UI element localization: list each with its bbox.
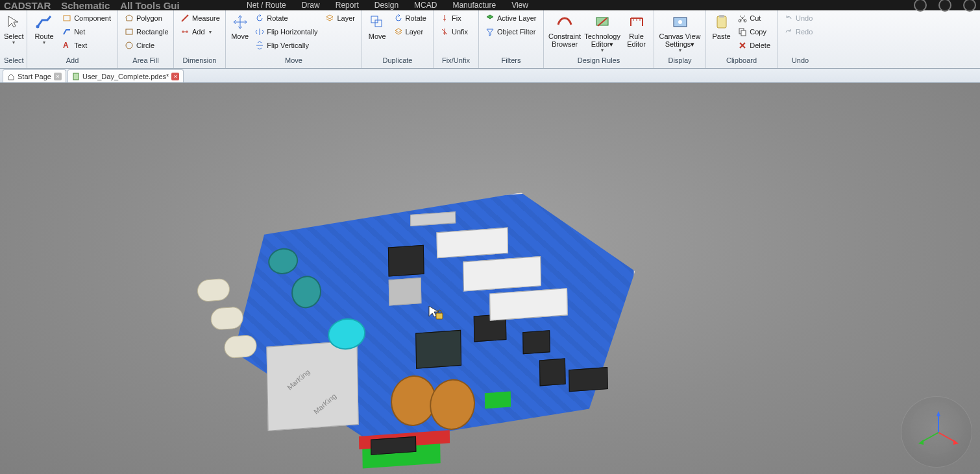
pin-icon	[440, 14, 449, 23]
route-button[interactable]: Route	[31, 12, 57, 46]
delete-button[interactable]: Delete	[735, 39, 773, 52]
tech-icon	[593, 13, 611, 31]
undo-button[interactable]: Undo	[781, 12, 815, 25]
menu-netroute[interactable]: Net / Route	[247, 1, 286, 10]
constraint-icon	[556, 13, 574, 31]
move-button[interactable]: Move	[230, 12, 250, 40]
group-label: Filters	[483, 56, 539, 68]
view-cube[interactable]	[901, 396, 972, 468]
menu-mcad[interactable]: MCAD	[414, 1, 437, 10]
svg-text:A: A	[63, 41, 69, 50]
add-net-button[interactable]: Net	[60, 25, 114, 38]
canvas-icon	[671, 13, 689, 31]
group-label: Design Rules	[548, 56, 650, 68]
measure-button[interactable]: Measure	[178, 12, 223, 25]
rectangle-icon	[125, 27, 134, 36]
fliph-button[interactable]: Flip Horizontally	[252, 25, 320, 38]
menu-bar: Net / Route Draw Report Design MCAD Manu…	[247, 0, 528, 10]
document-tab-bar: Start Page × User_Day_Complete.pdes* ×	[0, 69, 980, 83]
menu-report[interactable]: Report	[336, 1, 359, 10]
svg-rect-1	[64, 16, 70, 21]
activelayer-button[interactable]: Active Layer	[483, 12, 539, 25]
flipv-button[interactable]: Flip Vertically	[252, 39, 320, 52]
window-controls	[914, 0, 976, 12]
ic-chip	[388, 245, 424, 277]
technology-editor-button[interactable]: Technology Editor▾	[584, 12, 620, 54]
pin-header	[569, 367, 608, 392]
title-sub2: All Tools Gui	[120, 0, 179, 11]
svg-point-10	[678, 20, 682, 24]
dim-add-button[interactable]: Add▾	[178, 25, 223, 38]
unpin-icon	[440, 27, 449, 36]
group-dimension: Measure Add▾ Dimension	[174, 10, 226, 68]
group-label: Display	[658, 56, 702, 68]
rotate-icon	[255, 14, 264, 23]
paste-button[interactable]: Paste	[710, 12, 733, 40]
3d-viewport[interactable]: MarKing MarKing	[0, 83, 980, 474]
fix-button[interactable]: Fix	[437, 12, 471, 25]
rule-editor-button[interactable]: Rule Editor	[623, 12, 650, 48]
rj-connector	[267, 340, 359, 431]
info-icon[interactable]	[963, 0, 976, 12]
dup-layer-button[interactable]: Layer	[391, 25, 429, 38]
select-button[interactable]: Select	[4, 12, 24, 46]
move-layer-button[interactable]: Layer	[323, 12, 358, 25]
close-icon[interactable]: ×	[54, 73, 62, 80]
rotate-button[interactable]: Rotate	[252, 12, 320, 25]
card-slot	[489, 288, 568, 320]
menu-draw[interactable]: Draw	[302, 1, 320, 10]
help-icon[interactable]	[914, 0, 927, 12]
circle-button[interactable]: Circle	[122, 39, 171, 52]
rectangle-button[interactable]: Rectangle	[122, 25, 171, 38]
group-undo: Undo Redo Undo	[778, 10, 823, 68]
svg-marker-24	[918, 440, 924, 445]
group-move: Move Rotate Flip Horizontally Flip Verti…	[226, 10, 362, 68]
sma-connector	[197, 278, 230, 302]
menu-manufacture[interactable]: Manufacture	[452, 1, 496, 10]
circle-icon	[125, 41, 134, 50]
polygon-button[interactable]: Polygon	[122, 12, 171, 25]
tab-design-file[interactable]: User_Day_Complete.pdes* ×	[67, 69, 184, 82]
unfix-button[interactable]: Unfix	[437, 25, 471, 38]
group-label: Clipboard	[710, 56, 773, 68]
filter-icon	[485, 27, 495, 36]
svg-point-5	[126, 42, 132, 49]
copy-button[interactable]: Copy	[735, 25, 773, 38]
ic-chip	[389, 278, 422, 305]
svg-marker-23	[953, 440, 959, 445]
dup-move-button[interactable]: Move	[366, 12, 389, 40]
pcb-assembly: MarKing MarKing	[192, 158, 651, 474]
objectfilter-button[interactable]: Object Filter	[483, 25, 539, 38]
group-label: Add	[31, 56, 114, 68]
dup-rotate-button[interactable]: Rotate	[391, 12, 429, 25]
title-sub1: Schematic	[61, 0, 110, 11]
cut-icon	[738, 14, 747, 23]
svg-rect-17	[73, 73, 79, 80]
constraint-browser-button[interactable]: Constraint Browser	[548, 12, 582, 48]
share-icon[interactable]	[938, 0, 951, 12]
layer-icon	[394, 27, 403, 36]
group-label: Undo	[781, 56, 819, 68]
svg-rect-7	[375, 20, 382, 27]
layer-active-icon	[485, 14, 495, 23]
canvas-view-button[interactable]: Canvas View Settings▾	[658, 12, 702, 54]
delete-icon	[738, 41, 747, 50]
title-app: CADSTAR	[4, 0, 51, 11]
tab-start-page[interactable]: Start Page ×	[3, 69, 66, 82]
cut-button[interactable]: Cut	[735, 12, 773, 25]
undo-icon	[784, 14, 793, 23]
move-icon	[231, 13, 249, 31]
add-component-button[interactable]: Component	[60, 12, 114, 25]
menu-view[interactable]: View	[511, 1, 528, 10]
fliph-icon	[255, 27, 264, 36]
group-areafill: Polygon Rectangle Circle Area Fill	[118, 10, 174, 68]
copy-icon	[738, 27, 747, 36]
redo-icon	[784, 27, 793, 36]
close-icon[interactable]: ×	[171, 73, 179, 80]
power-connector	[539, 359, 566, 386]
menu-design[interactable]: Design	[374, 1, 398, 10]
redo-button[interactable]: Redo	[781, 25, 815, 38]
add-text-button[interactable]: A Text	[60, 39, 114, 52]
group-label: Dimension	[178, 56, 221, 68]
group-filters: Active Layer Object Filter Filters	[479, 10, 544, 68]
